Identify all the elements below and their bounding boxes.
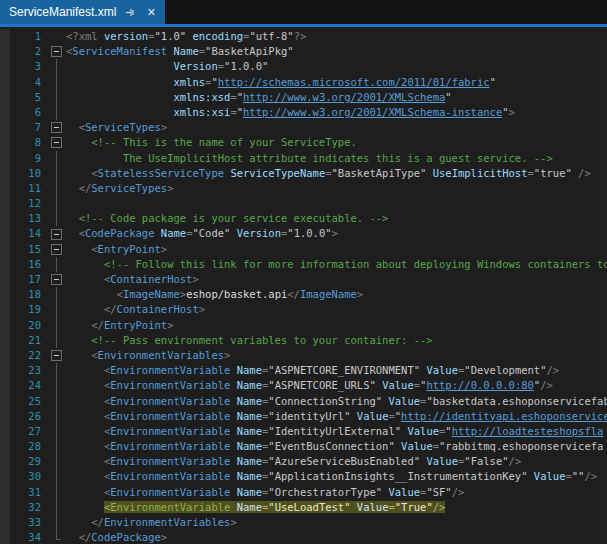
collapse-minus-icon[interactable]: [51, 350, 62, 361]
code-text[interactable]: </CodePackage>: [64, 530, 607, 544]
code-text[interactable]: Version="1.0.0": [64, 59, 607, 74]
code-line[interactable]: 11 </ServiceTypes>: [0, 181, 607, 196]
code-text[interactable]: <EnvironmentVariables>: [64, 348, 607, 363]
indicator-margin[interactable]: [0, 485, 10, 500]
code-text[interactable]: <!-- Code package is your service execut…: [64, 211, 607, 226]
code-text[interactable]: <EntryPoint>: [64, 242, 607, 257]
fold-collapse-box[interactable]: [48, 44, 64, 59]
indicator-margin[interactable]: [0, 272, 10, 287]
fold-collapse-box[interactable]: [48, 135, 64, 150]
indicator-margin[interactable]: [0, 75, 10, 90]
code-line[interactable]: 12: [0, 196, 607, 211]
code-text[interactable]: xmlns:xsd="http://www.w3.org/2001/XMLSch…: [64, 90, 607, 105]
code-text[interactable]: <EnvironmentVariable Name="ASPNETCORE_EN…: [64, 363, 607, 378]
code-text[interactable]: <EnvironmentVariable Name="OrchestratorT…: [64, 485, 607, 500]
fold-collapse-box[interactable]: [48, 120, 64, 135]
code-line[interactable]: 23 <EnvironmentVariable Name="ASPNETCORE…: [0, 363, 607, 378]
code-text[interactable]: [64, 196, 607, 211]
code-text[interactable]: <?xml version="1.0" encoding="utf-8"?>: [64, 29, 607, 44]
code-text[interactable]: </ServiceTypes>: [64, 181, 607, 196]
code-line[interactable]: 1<?xml version="1.0" encoding="utf-8"?>: [0, 29, 607, 44]
collapse-minus-icon[interactable]: [51, 274, 62, 285]
collapse-minus-icon[interactable]: [51, 244, 62, 255]
code-line[interactable]: 29 <EnvironmentVariable Name="AzureServi…: [0, 454, 607, 469]
code-text[interactable]: <CodePackage Name="Code" Version="1.0.0"…: [64, 226, 607, 241]
code-line[interactable]: 3 Version="1.0.0": [0, 59, 607, 74]
code-text[interactable]: <ImageName>eshop/basket.api</ImageName>: [64, 287, 607, 302]
indicator-margin[interactable]: [0, 211, 10, 226]
code-editor[interactable]: 1<?xml version="1.0" encoding="utf-8"?>2…: [0, 27, 607, 544]
indicator-margin[interactable]: [0, 348, 10, 363]
code-text[interactable]: <EnvironmentVariable Name="AzureServiceB…: [64, 454, 607, 469]
code-line[interactable]: 20 </EntryPoint>: [0, 318, 607, 333]
code-line[interactable]: 33 </EnvironmentVariables>: [0, 515, 607, 530]
code-line[interactable]: 6 xmlns:xsi="http://www.w3.org/2001/XMLS…: [0, 105, 607, 120]
code-line[interactable]: 30 <EnvironmentVariable Name="Applicatio…: [0, 469, 607, 484]
code-line[interactable]: 9 The UseImplicitHost attribute indicate…: [0, 151, 607, 166]
indicator-margin[interactable]: [0, 318, 10, 333]
code-text[interactable]: xmlns:xsi="http://www.w3.org/2001/XMLSch…: [64, 105, 607, 120]
indicator-margin[interactable]: [0, 29, 10, 44]
code-line[interactable]: 26 <EnvironmentVariable Name="identityUr…: [0, 409, 607, 424]
code-line[interactable]: 22 <EnvironmentVariables>: [0, 348, 607, 363]
code-line[interactable]: 2<ServiceManifest Name="BasketApiPkg": [0, 44, 607, 59]
close-icon[interactable]: ✕: [144, 5, 158, 19]
code-text[interactable]: <StatelessServiceType ServiceTypeName="B…: [64, 166, 607, 181]
indicator-margin[interactable]: [0, 242, 10, 257]
code-text[interactable]: The UseImplicitHost attribute indicates …: [64, 151, 607, 166]
code-text[interactable]: xmlns="http://schemas.microsoft.com/2011…: [64, 75, 607, 90]
indicator-margin[interactable]: [0, 196, 10, 211]
collapse-minus-icon[interactable]: [51, 229, 62, 240]
code-line[interactable]: 18 <ImageName>eshop/basket.api</ImageNam…: [0, 287, 607, 302]
code-line[interactable]: 17 <ContainerHost>: [0, 272, 607, 287]
code-text[interactable]: <ServiceTypes>: [64, 120, 607, 135]
code-text[interactable]: <!-- This is the name of your ServiceTyp…: [64, 135, 607, 150]
code-line[interactable]: 14 <CodePackage Name="Code" Version="1.0…: [0, 226, 607, 241]
code-line[interactable]: 13 <!-- Code package is your service exe…: [0, 211, 607, 226]
code-line[interactable]: 7 <ServiceTypes>: [0, 120, 607, 135]
indicator-margin[interactable]: [0, 439, 10, 454]
code-text[interactable]: <ServiceManifest Name="BasketApiPkg": [64, 44, 607, 59]
code-text[interactable]: <!-- Pass environment variables to your …: [64, 333, 607, 348]
code-line[interactable]: 31 <EnvironmentVariable Name="Orchestrat…: [0, 485, 607, 500]
code-line[interactable]: 19 </ContainerHost>: [0, 302, 607, 317]
fold-collapse-box[interactable]: [48, 348, 64, 363]
code-text[interactable]: </EnvironmentVariables>: [64, 515, 607, 530]
code-line[interactable]: 32 <EnvironmentVariable Name="UseLoadTes…: [0, 500, 607, 515]
code-text[interactable]: <EnvironmentVariable Name="ASPNETCORE_UR…: [64, 378, 607, 393]
code-text[interactable]: <EnvironmentVariable Name="ConnectionStr…: [64, 394, 607, 409]
fold-collapse-box[interactable]: [48, 272, 64, 287]
code-text[interactable]: </ContainerHost>: [64, 302, 607, 317]
indicator-margin[interactable]: [0, 378, 10, 393]
indicator-margin[interactable]: [0, 424, 10, 439]
indicator-margin[interactable]: [0, 515, 10, 530]
indicator-margin[interactable]: [0, 105, 10, 120]
collapse-minus-icon[interactable]: [51, 46, 62, 57]
tab-servicemanifest[interactable]: ServiceManifest.xml ✕: [0, 0, 165, 24]
indicator-margin[interactable]: [0, 530, 10, 544]
code-line[interactable]: 34 </CodePackage>: [0, 530, 607, 544]
indicator-margin[interactable]: [0, 59, 10, 74]
code-text[interactable]: <ContainerHost>: [64, 272, 607, 287]
code-line[interactable]: 24 <EnvironmentVariable Name="ASPNETCORE…: [0, 378, 607, 393]
code-text[interactable]: <EnvironmentVariable Name="EventBusConne…: [64, 439, 607, 454]
code-line[interactable]: 16 <!-- Follow this link for more inform…: [0, 257, 607, 272]
indicator-margin[interactable]: [0, 181, 10, 196]
indicator-margin[interactable]: [0, 363, 10, 378]
code-text[interactable]: </EntryPoint>: [64, 318, 607, 333]
indicator-margin[interactable]: [0, 151, 10, 166]
indicator-margin[interactable]: [0, 135, 10, 150]
pin-icon[interactable]: [123, 5, 137, 19]
indicator-margin[interactable]: [0, 302, 10, 317]
code-text[interactable]: <EnvironmentVariable Name="identityUrl" …: [64, 409, 607, 424]
indicator-margin[interactable]: [0, 500, 10, 515]
code-text[interactable]: <!-- Follow this link for more informati…: [64, 257, 607, 272]
code-line[interactable]: 28 <EnvironmentVariable Name="EventBusCo…: [0, 439, 607, 454]
code-text[interactable]: <EnvironmentVariable Name="ApplicationIn…: [64, 469, 607, 484]
indicator-margin[interactable]: [0, 44, 10, 59]
indicator-margin[interactable]: [0, 257, 10, 272]
indicator-margin[interactable]: [0, 90, 10, 105]
indicator-margin[interactable]: [0, 469, 10, 484]
code-line[interactable]: 10 <StatelessServiceType ServiceTypeName…: [0, 166, 607, 181]
code-line[interactable]: 25 <EnvironmentVariable Name="Connection…: [0, 394, 607, 409]
